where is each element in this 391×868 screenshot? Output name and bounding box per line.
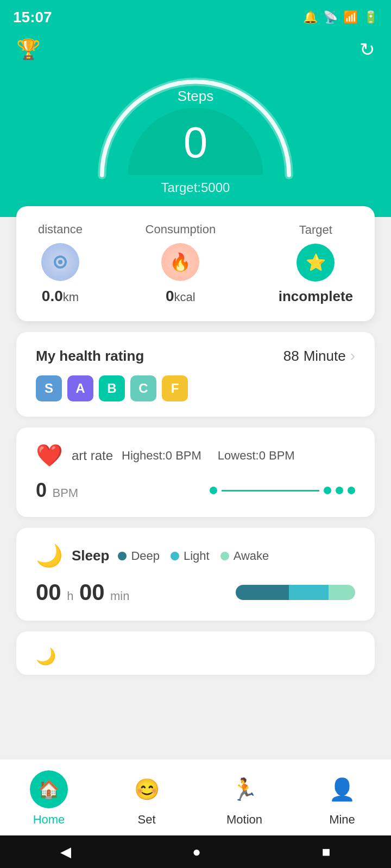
refresh-icon[interactable]: ↻ (360, 39, 375, 60)
mine-icon: 👤 (329, 777, 356, 802)
badge-c: C (130, 375, 156, 401)
badge-b: B (99, 375, 125, 401)
legend-deep: Deep (118, 549, 160, 563)
set-icon: 😊 (134, 777, 160, 801)
chevron-icon: › (350, 347, 355, 365)
battery-icon: 🔋 (363, 10, 378, 24)
health-rating-header: My health rating 88 Minute › (36, 347, 355, 365)
mine-icon-container: 👤 (323, 770, 361, 808)
notification-icon: 🔔 (303, 10, 318, 24)
graph-dot-4 (348, 487, 355, 494)
status-time: 15:07 (13, 9, 52, 26)
partial-card: 🌙 (16, 631, 375, 675)
heart-icon: ❤️ (36, 443, 63, 468)
heart-rate-header: ❤️ art rate Highest:0 BPM Lowest:0 BPM (36, 443, 355, 468)
gauge-container: Steps 0 (81, 66, 310, 186)
heart-rate-value-row: 0 BPM (36, 479, 355, 502)
legend-dot-deep (118, 552, 127, 560)
nav-mine[interactable]: 👤 Mine (323, 770, 361, 827)
sleep-bar-deep (236, 585, 289, 600)
stat-distance: distance 0.0km (38, 222, 83, 305)
trophy-icon[interactable]: 🏆 (16, 38, 41, 61)
stat-consumption: Consumption 🔥 0kcal (146, 222, 216, 305)
sleep-minutes-unit: min (110, 589, 129, 603)
distance-icon (41, 243, 79, 281)
graph-dot-3 (336, 487, 343, 494)
nav-set[interactable]: 😊 Set (128, 770, 166, 827)
consumption-value: 0kcal (166, 288, 195, 305)
legend-light: Light (171, 549, 210, 563)
sleep-bar (236, 585, 355, 600)
badge-a: A (67, 375, 93, 401)
home-button[interactable]: ● (192, 844, 201, 860)
cast-icon: 📡 (323, 10, 338, 24)
sleep-card: 🌙 Sleep Deep Light Awake 00 h 00 min (16, 528, 375, 621)
distance-value: 0.0km (42, 288, 79, 305)
nav-motion-label: Motion (226, 813, 262, 827)
stat-target: Target ⭐ incomplete (279, 223, 353, 305)
graph-line (222, 490, 319, 492)
sleep-header: 🌙 Sleep Deep Light Awake (36, 543, 355, 569)
target-icon: ⭐ (297, 244, 335, 282)
status-bar: 15:07 🔔 📡 📶 🔋 (0, 0, 391, 33)
nav-home[interactable]: 🏠 Home (30, 770, 68, 827)
distance-label: distance (38, 222, 83, 237)
steps-label: Steps (178, 88, 214, 105)
legend-dot-light (171, 552, 179, 560)
highest-label: Highest:0 BPM (122, 449, 201, 463)
nav-home-label: Home (33, 813, 65, 827)
motion-icon-container: 🏃 (225, 770, 263, 808)
sleep-bar-light (289, 585, 329, 600)
sleep-value-row: 00 h 00 min (36, 579, 355, 605)
heart-rate-title: art rate (72, 448, 113, 463)
health-minute-label: Minute (304, 348, 346, 365)
sleep-legend: Deep Light Awake (118, 549, 269, 563)
sleep-hours-unit: h (67, 589, 73, 603)
system-nav: ◀ ● ■ (0, 835, 391, 868)
bottom-nav: 🏠 Home 😊 Set 🏃 Motion 👤 Mine (0, 759, 391, 835)
health-minutes: 88 (283, 348, 299, 365)
heart-rate-stats: Highest:0 BPM Lowest:0 BPM (122, 449, 295, 463)
badge-s: S (36, 375, 62, 401)
steps-value: 0 (184, 118, 208, 168)
home-icon: 🏠 (38, 779, 60, 800)
sleep-bar-awake (329, 585, 355, 600)
svg-point-1 (58, 260, 62, 264)
bpm-value: 0 (36, 479, 47, 501)
consumption-label: Consumption (146, 222, 216, 237)
badge-f: F (162, 375, 188, 401)
nav-motion[interactable]: 🏃 Motion (225, 770, 263, 827)
sleep-time-display: 00 h 00 min (36, 579, 133, 605)
stats-card: distance 0.0km Consumption 🔥 0kcal Targe… (16, 206, 375, 321)
header: 🏆 ↻ (0, 33, 391, 61)
health-rating-card: My health rating 88 Minute › S A B C F (16, 332, 375, 417)
sleep-minutes: 00 (79, 579, 105, 605)
target-value: incomplete (279, 288, 353, 305)
home-icon-circle: 🏠 (30, 770, 68, 808)
target-label: Target (299, 223, 332, 237)
health-rating-title: My health rating (36, 348, 144, 365)
lowest-label: Lowest:0 BPM (218, 449, 295, 463)
recent-button[interactable]: ■ (322, 844, 331, 860)
steps-section: Steps 0 Target:5000 (0, 61, 391, 217)
rating-badges: S A B C F (36, 375, 355, 401)
back-button[interactable]: ◀ (60, 844, 71, 860)
motion-icon: 🏃 (231, 777, 258, 802)
graph-dot-2 (324, 487, 331, 494)
sleep-hours: 00 (36, 579, 61, 605)
bpm-unit: BPM (52, 486, 78, 500)
heart-rate-card: ❤️ art rate Highest:0 BPM Lowest:0 BPM 0… (16, 427, 375, 517)
set-icon-container: 😊 (128, 770, 166, 808)
wifi-icon: 📶 (343, 10, 358, 24)
sleep-title: Sleep (72, 547, 109, 564)
consumption-icon: 🔥 (161, 243, 199, 281)
health-rating-right[interactable]: 88 Minute › (283, 347, 355, 365)
sleep-moon-icon: 🌙 (36, 543, 63, 569)
graph-dot-1 (210, 487, 217, 494)
legend-awake: Awake (220, 549, 269, 563)
heart-graph (210, 487, 355, 494)
nav-set-label: Set (137, 813, 155, 827)
nav-mine-label: Mine (329, 813, 355, 827)
legend-dot-awake (220, 552, 229, 560)
bpm-display: 0 BPM (36, 479, 78, 502)
